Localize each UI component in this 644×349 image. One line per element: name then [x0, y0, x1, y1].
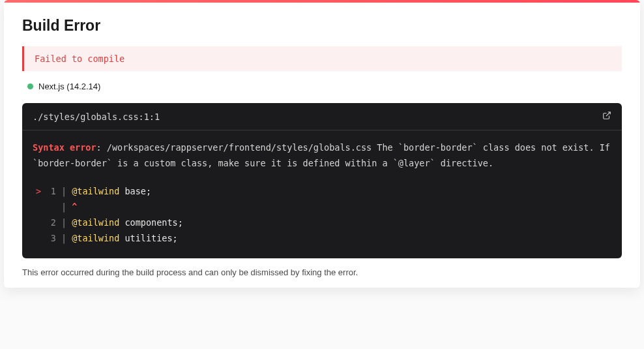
code-line: 3|@tailwind utilities;	[33, 230, 611, 246]
error-message: : /workspaces/rappserver/frontend/styles…	[33, 142, 610, 168]
code-text: components;	[119, 215, 183, 230]
error-message-line: Syntax error: /workspaces/rappserver/fro…	[33, 140, 611, 172]
gutter-pipe: |	[56, 199, 72, 215]
alert-text: Failed to compile	[35, 53, 611, 64]
code-lines: >1|@tailwind base; |^2|@tailwind compone…	[33, 183, 611, 247]
code-header: ./styles/globals.css:1:1	[22, 103, 622, 130]
code-body: Syntax error: /workspaces/rappserver/fro…	[22, 130, 622, 258]
card-content: Build Error Failed to compile Next.js (1…	[4, 3, 640, 288]
gutter-pipe: |	[56, 183, 72, 199]
caret-icon: ^	[72, 199, 77, 215]
external-link-icon	[602, 111, 611, 120]
error-card: Build Error Failed to compile Next.js (1…	[4, 0, 640, 288]
code-keyword: @tailwind	[72, 215, 119, 230]
line-number: 2	[44, 215, 56, 230]
framework-label: Next.js (14.2.14)	[38, 82, 100, 91]
code-block: ./styles/globals.css:1:1 Syntax error: /…	[22, 103, 622, 258]
open-external-button[interactable]	[602, 111, 611, 122]
code-text: base;	[119, 183, 151, 199]
compile-alert: Failed to compile	[22, 46, 622, 71]
code-line: |^	[33, 199, 611, 215]
line-number: 1	[44, 183, 56, 199]
code-text: utilities;	[119, 230, 177, 246]
status-dot-icon	[27, 83, 33, 89]
code-line: >1|@tailwind base;	[33, 183, 611, 199]
code-keyword: @tailwind	[72, 230, 119, 246]
line-number	[44, 199, 56, 215]
svg-line-0	[606, 112, 610, 116]
gutter-pipe: |	[56, 215, 72, 230]
error-label: Syntax error	[33, 142, 96, 153]
error-pointer-icon: >	[33, 183, 44, 199]
gutter-pipe: |	[56, 230, 72, 246]
code-line: 2|@tailwind components;	[33, 215, 611, 230]
code-keyword: @tailwind	[72, 183, 119, 199]
page-title: Build Error	[22, 17, 622, 35]
framework-info: Next.js (14.2.14)	[22, 82, 622, 91]
line-number: 3	[44, 230, 56, 246]
footer-note: This error occurred during the build pro…	[22, 267, 622, 277]
file-location: ./styles/globals.css:1:1	[33, 112, 160, 122]
